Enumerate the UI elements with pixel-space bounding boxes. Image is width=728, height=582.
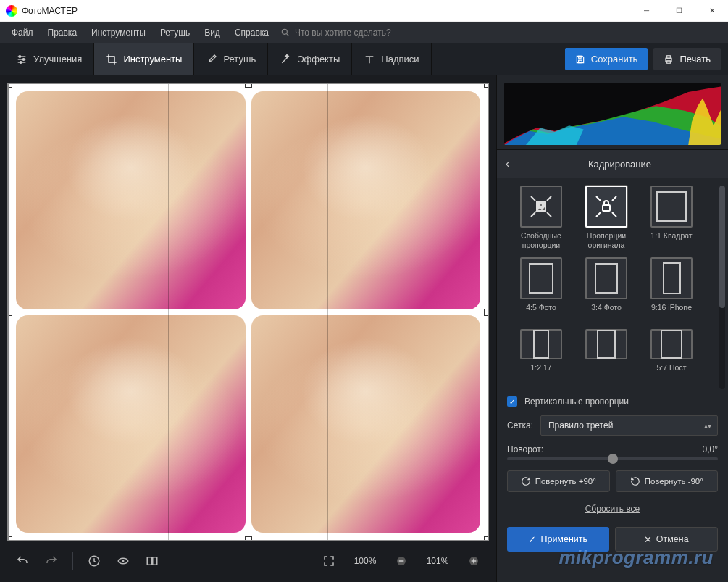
window-title: ФотоМАСТЕР: [22, 6, 630, 16]
zoom-fit-value: 100%: [347, 556, 383, 566]
crop-presets: Свободные пропорции Пропорции оригинала …: [497, 178, 728, 392]
rotate-slider-knob[interactable]: [608, 454, 618, 464]
app-logo-icon: [6, 5, 17, 17]
rotate-ccw-icon: [630, 476, 640, 486]
svg-point-14: [122, 560, 125, 562]
tab-text[interactable]: Надписи: [352, 43, 431, 75]
window-minimize-button[interactable]: ─: [630, 0, 663, 22]
crop-handle-bm[interactable]: [245, 536, 252, 541]
scrollbar-thumb[interactable]: [719, 186, 725, 308]
tab-enhance[interactable]: Улучшения: [4, 43, 94, 75]
check-icon: ✓: [528, 534, 536, 545]
search-placeholder: Что вы хотите сделать?: [295, 28, 391, 38]
svg-point-6: [22, 58, 25, 60]
zoom-in-button[interactable]: [463, 550, 485, 572]
window-titlebar: ФотоМАСТЕР ─ ☐ ✕: [0, 0, 728, 22]
grid-label: Сетка:: [507, 420, 533, 431]
grid-row: Сетка: Правило третей ▴▾: [497, 411, 728, 440]
x-icon: ✕: [644, 534, 652, 545]
svg-point-5: [19, 55, 21, 57]
crop-handle-tr[interactable]: [484, 83, 489, 88]
image-canvas[interactable]: [7, 83, 489, 541]
history-button[interactable]: [83, 550, 105, 572]
rotate-slider[interactable]: [507, 457, 718, 460]
crop-handle-br[interactable]: [484, 536, 489, 541]
menu-help[interactable]: Справка: [227, 23, 276, 42]
save-button[interactable]: Сохранить: [565, 48, 648, 70]
rotate-ccw-button[interactable]: Повернуть -90°: [616, 470, 719, 492]
rotate-cw-button[interactable]: Повернуть +90°: [507, 470, 610, 492]
photo-4: [251, 315, 481, 533]
sliders-icon: [16, 54, 28, 65]
svg-rect-21: [473, 559, 474, 564]
reset-link[interactable]: Сбросить все: [497, 498, 728, 521]
tab-effects[interactable]: Эффекты: [268, 43, 352, 75]
menu-retouch[interactable]: Ретушь: [153, 23, 197, 42]
preset-1-2[interactable]: 1:2 17: [509, 329, 574, 385]
photo-3: [16, 315, 246, 533]
apply-button[interactable]: ✓ Применить: [507, 527, 609, 552]
preset-3-4[interactable]: 3:4 Фото: [574, 257, 639, 325]
right-panel: ‹ Кадрирование Свободные пропорции Пропо…: [496, 75, 728, 582]
menu-view[interactable]: Вид: [197, 23, 227, 42]
undo-button[interactable]: [12, 550, 33, 572]
print-button[interactable]: Печать: [653, 48, 721, 70]
histogram: [504, 83, 721, 145]
menu-edit[interactable]: Правка: [41, 23, 85, 42]
preset-original[interactable]: Пропорции оригинала: [574, 186, 639, 253]
preset-mid[interactable]: [574, 329, 639, 385]
dropdown-arrow-icon: ▴▾: [704, 422, 711, 430]
cancel-button[interactable]: ✕ Отмена: [615, 527, 719, 552]
crop-handle-tm[interactable]: [245, 83, 252, 88]
preset-5-7[interactable]: 5:7 Пост: [639, 329, 704, 385]
preset-9-16[interactable]: 9:16 iPhone: [639, 257, 704, 325]
rotate-value: 0,0°: [703, 444, 718, 454]
preset-square[interactable]: 1:1 Квадрат: [639, 186, 704, 253]
svg-rect-16: [153, 557, 157, 565]
preview-button[interactable]: [112, 550, 134, 572]
svg-point-7: [20, 61, 22, 63]
photo-2: [251, 91, 481, 309]
wand-icon: [280, 54, 291, 65]
svg-rect-18: [399, 560, 404, 561]
tab-retouch[interactable]: Ретушь: [194, 43, 268, 75]
preset-free[interactable]: Свободные пропорции: [509, 186, 574, 253]
vertical-proportions-row: ✓ Вертикальные пропорции: [497, 392, 728, 411]
redo-button[interactable]: [41, 550, 62, 572]
svg-rect-15: [147, 557, 151, 565]
window-close-button[interactable]: ✕: [695, 0, 728, 22]
search-icon: [280, 28, 290, 38]
photo-1: [16, 91, 246, 309]
crop-handle-tl[interactable]: [7, 83, 12, 88]
svg-line-1: [287, 34, 289, 36]
menu-search[interactable]: Что вы хотите сделать?: [280, 28, 391, 38]
panel-back-button[interactable]: ‹: [506, 157, 520, 170]
svg-point-0: [282, 29, 287, 34]
save-icon: [575, 54, 585, 65]
tool-tabs: Улучшения Инструменты Ретушь Эффекты Над…: [0, 43, 728, 75]
fit-screen-button[interactable]: [318, 550, 340, 572]
grid-dropdown[interactable]: Правило третей ▴▾: [540, 415, 718, 436]
menu-file[interactable]: Файл: [4, 23, 41, 42]
zoom-out-button[interactable]: [390, 550, 412, 572]
rotate-cw-icon: [521, 476, 531, 486]
crop-handle-mr[interactable]: [484, 309, 489, 316]
tab-tools[interactable]: Инструменты: [94, 43, 194, 75]
canvas-area: 100% 101%: [0, 75, 496, 582]
rotate-label: Поворот:: [507, 444, 543, 454]
compare-button[interactable]: [141, 550, 163, 572]
window-maximize-button[interactable]: ☐: [663, 0, 695, 22]
vertical-checkbox[interactable]: ✓: [507, 396, 517, 407]
preset-4-5[interactable]: 4:5 Фото: [509, 257, 574, 325]
menu-bar: Файл Правка Инструменты Ретушь Вид Справ…: [0, 22, 728, 43]
svg-point-23: [540, 204, 543, 207]
crop-handle-ml[interactable]: [7, 309, 12, 316]
menu-tools[interactable]: Инструменты: [84, 23, 153, 42]
svg-rect-24: [603, 205, 610, 211]
canvas-footer: 100% 101%: [7, 547, 489, 575]
vertical-label: Вертикальные пропорции: [524, 396, 629, 407]
crop-handle-bl[interactable]: [7, 536, 12, 541]
svg-rect-8: [578, 60, 582, 63]
presets-scrollbar[interactable]: [719, 186, 725, 389]
print-icon: [664, 54, 674, 65]
